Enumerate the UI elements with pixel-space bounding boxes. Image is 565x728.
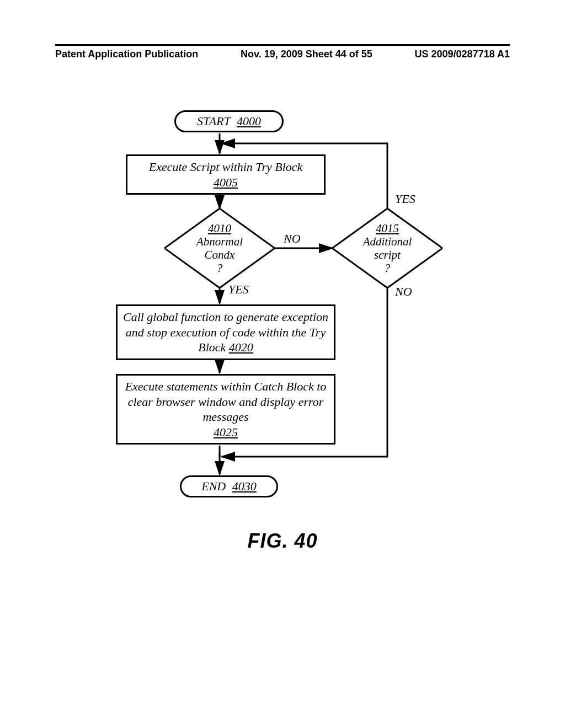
start-label: START [197,114,230,128]
header-left: Patent Application Publication [55,49,198,60]
decision-4010-l2: Condx [205,248,235,261]
decision-4015-l1: Additional [363,235,412,248]
decision-4010-l3: ? [217,261,223,275]
label-4015-yes: YES [395,192,415,206]
start-terminator: START 4000 [174,110,284,132]
process-4020: Call global function to generate excepti… [116,304,335,360]
figure-caption: FIG. 40 [0,529,565,553]
decision-4015-num: 4015 [376,222,399,235]
header-center: Nov. 19, 2009 Sheet 44 of 55 [241,49,372,60]
decision-4010-text: 4010 Abnormal Condx ? [164,208,275,288]
label-4010-no: NO [284,232,301,246]
label-4015-no: NO [395,285,412,299]
process-4020-text: Call global function to generate excepti… [123,310,328,354]
process-4025-text: Execute statements within Catch Block to… [122,379,329,425]
process-4005: Execute Script within Try Block 4005 [126,154,326,195]
process-4005-num: 4005 [214,175,238,190]
decision-4015-text: 4015 Additional script ? [332,208,443,288]
process-4025-num: 4025 [214,425,238,440]
decision-4015-l2: script [374,248,401,261]
start-num: 4000 [237,114,261,128]
header-right: US 2009/0287718 A1 [415,49,510,60]
page-header: Patent Application Publication Nov. 19, … [55,44,510,60]
label-4010-yes: YES [228,282,249,297]
end-terminator: END 4030 [180,475,278,497]
process-4005-text: Execute Script within Try Block [149,159,303,175]
flowchart: START 4000 Execute Script within Try Blo… [94,110,480,507]
page: Patent Application Publication Nov. 19, … [0,0,565,728]
end-num: 4030 [232,479,257,493]
decision-4015-l3: ? [385,261,391,275]
decision-4010: 4010 Abnormal Condx ? [164,208,275,288]
process-4025: Execute statements within Catch Block to… [116,374,335,445]
process-4020-num: 4020 [229,340,253,354]
decision-4010-l1: Abnormal [196,235,243,248]
decision-4015: 4015 Additional script ? [332,208,443,288]
end-label: END [201,479,226,493]
decision-4010-num: 4010 [208,222,231,235]
